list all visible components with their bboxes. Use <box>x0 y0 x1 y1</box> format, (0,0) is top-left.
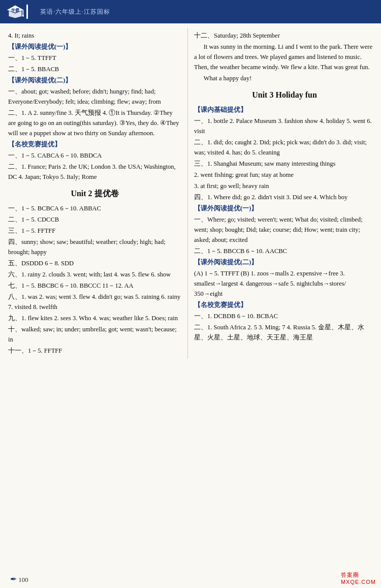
unit2-title: Unit 2 提优卷 <box>8 187 181 200</box>
right-item-15: (A) 1－5. TTFFT (B) 1. zoos→malls 2. expe… <box>194 268 375 299</box>
svg-point-3 <box>22 15 24 17</box>
left-section-7: 【名校竞赛提优】 <box>8 139 181 149</box>
left-item-9: 二、1. France; Paris 2. the UK; London 3. … <box>8 162 181 182</box>
left-item-17: 七、1－5. BBCBC 6－10. BBCCC 11－12. AA <box>8 281 181 291</box>
left-item-16: 六、1. rainy 2. clouds 3. went; with; last… <box>8 269 181 280</box>
left-section-4: 【课外阅读提优(二)】 <box>8 75 181 85</box>
left-item-21: 十一、1－5. FFTFF <box>8 346 181 356</box>
right-section-4: 【课内基础提优】 <box>194 105 375 115</box>
right-item-9: 3. at first; go well; heavy rain <box>194 181 375 191</box>
right-item-18: 二、1. South Africa 2. 5 3. Ming; 7 4. Rus… <box>194 322 375 343</box>
left-column: 4. It; rains 【课外阅读提优(一)】 一、1－5. TTFFT 二、… <box>0 27 188 359</box>
graduation-cap-icon: 学霸 <box>6 3 24 21</box>
logo: 学霸 <box>6 3 24 21</box>
right-item-5: 一、1. bottle 2. Palace Museum 3. fashion … <box>194 116 375 136</box>
left-item-6: 二、1. A 2. sunny/fine 3. 天气预报 4. ①It is T… <box>8 108 181 138</box>
right-item-7: 三、1. Shanghai Museum; saw many interesti… <box>194 159 375 169</box>
right-item-10: 四、1. Where did; go 2. didn't visit 3. Di… <box>194 192 375 202</box>
left-item-8: 一、1－5. CABCA 6－10. BBDCA <box>8 150 181 161</box>
left-item-3: 二、1－5. BBACB <box>8 64 181 74</box>
header: 学霸 英语·六年级上·江苏国标 <box>0 0 381 23</box>
right-section-16: 【名校竞赛提优】 <box>194 300 375 310</box>
left-item-2: 一、1－5. TTFFT <box>8 53 181 63</box>
right-item-2: What a happy day! <box>194 73 375 83</box>
svg-text:学霸: 学霸 <box>11 8 19 13</box>
right-section-14: 【课外阅读提优(二)】 <box>194 257 375 267</box>
left-item-14: 四、sunny; show; saw; beautiful; weather; … <box>8 237 181 257</box>
left-item-20: 十、walked; saw; in; under; umbrella; got;… <box>8 324 181 345</box>
page-num-text: 100 <box>18 576 28 583</box>
left-item-12: 二、1－5. CDCCB <box>8 214 181 225</box>
left-item-0: 4. It; rains <box>8 30 181 41</box>
right-item-13: 二、1－5. BBCCB 6－10. AACBC <box>194 246 375 256</box>
main-content: 4. It; rains 【课外阅读提优(一)】 一、1－5. TTFFT 二、… <box>0 23 381 363</box>
right-item-1: It was sunny in the morning. Li and I we… <box>194 42 375 72</box>
right-item-6: 二、1. did; do; caught 2. Did; pick; pick … <box>194 137 375 158</box>
page: 学霸 英语·六年级上·江苏国标 4. It; rains 【课外阅读提优(一)】… <box>0 0 381 588</box>
right-section-11: 【课外阅读提优(一)】 <box>194 203 375 213</box>
header-subtitle: 英语·六年级上·江苏国标 <box>40 8 110 16</box>
left-item-13: 三、1－5. FFTFF <box>8 226 181 236</box>
right-item-17: 一、1. DCBDB 6－10. BCBAC <box>194 311 375 321</box>
left-item-5: 一、about; got; washed; before; didn't; hu… <box>8 86 181 107</box>
left-item-11: 一、1－5. BCBCA 6－10. ABBAC <box>8 203 181 213</box>
right-column: 十二、Saturday; 28th September It was sunny… <box>188 27 381 359</box>
left-item-15: 五、DSDDD 6－8. SDD <box>8 258 181 268</box>
right-item-12: 一、Where; go; visited; weren't; went; Wha… <box>194 214 375 245</box>
left-section-1: 【课外阅读提优(一)】 <box>8 42 181 52</box>
unit3-title: Unit 3 Holiday fun <box>194 88 375 102</box>
right-item-8: 2. went fishing; great fun; stay at home <box>194 170 375 180</box>
right-item-0: 十二、Saturday; 28th September <box>194 30 375 41</box>
svg-rect-2 <box>22 10 23 15</box>
left-item-19: 九、1. flew kites 2. sees 3. Who 4. was; w… <box>8 313 181 323</box>
left-item-18: 八、1. was 2. was; went 3. flew 4. didn't … <box>8 292 181 312</box>
page-number: ✒ 100 <box>10 574 28 584</box>
watermark: 答案圈MXQE.COM <box>341 571 376 585</box>
